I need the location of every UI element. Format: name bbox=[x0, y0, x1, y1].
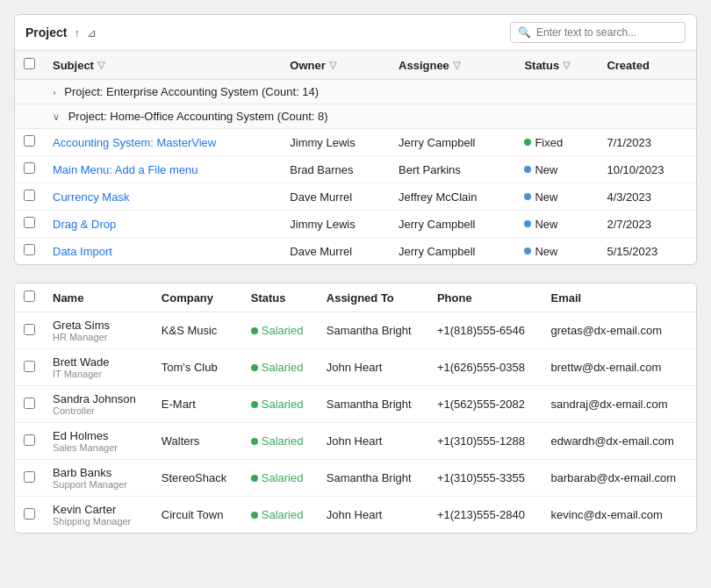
select-all-checkbox[interactable] bbox=[24, 58, 35, 69]
name-cell: Ed Holmes Sales Manager bbox=[44, 423, 153, 460]
owner-cell: Dave Murrel bbox=[281, 238, 390, 265]
issues-toolbar: Project ↑ ⊿ 🔍 bbox=[15, 15, 696, 51]
subject-link[interactable]: Data Import bbox=[53, 245, 112, 258]
toggle-icon[interactable]: ∨ bbox=[53, 111, 60, 122]
company-cell: Circuit Town bbox=[153, 497, 242, 534]
status-filter-icon[interactable]: ▽ bbox=[563, 60, 570, 71]
contacts-table: Name Company Status Assigned To Phone Em… bbox=[15, 283, 696, 533]
phone-cell: +1(626)555-0358 bbox=[428, 349, 542, 386]
status-text: New bbox=[535, 218, 557, 231]
assignee-cell: Bert Parkins bbox=[390, 156, 515, 183]
table-row: Currency Mask Dave Murrel Jeffrey McClai… bbox=[15, 183, 696, 211]
table-row: Drag & Drop Jimmy Lewis Jerry Campbell N… bbox=[15, 211, 696, 238]
row-checkbox[interactable] bbox=[24, 324, 35, 335]
phone-cell: +1(562)555-2082 bbox=[428, 386, 542, 423]
company-cell: Walters bbox=[153, 423, 242, 460]
row-checkbox[interactable] bbox=[24, 398, 35, 409]
email-cell: edwardh@dx-email.com bbox=[542, 423, 696, 460]
contacts-col-status: Status bbox=[242, 283, 318, 312]
filter-toolbar-icon[interactable]: ⊿ bbox=[87, 26, 97, 39]
status-cell: Salaried bbox=[242, 386, 318, 423]
search-icon: 🔍 bbox=[518, 26, 531, 39]
subject-link[interactable]: Main Menu: Add a File menu bbox=[53, 163, 198, 176]
col-created: Created bbox=[598, 51, 696, 80]
status-cell: New bbox=[515, 156, 598, 183]
col-subject: Subject ▽ bbox=[44, 51, 281, 80]
row-checkbox[interactable] bbox=[24, 471, 35, 483]
toggle-icon[interactable]: › bbox=[53, 87, 56, 97]
contacts-select-all-checkbox[interactable] bbox=[24, 290, 35, 302]
subject-link[interactable]: Currency Mask bbox=[53, 190, 129, 204]
owner-cell: Jimmy Lewis bbox=[281, 129, 390, 156]
created-cell: 2/7/2023 bbox=[598, 211, 696, 238]
group-row: › Project: Enterprise Accounting System … bbox=[15, 80, 696, 104]
owner-filter-icon[interactable]: ▽ bbox=[329, 60, 336, 71]
assigned-cell: Samantha Bright bbox=[318, 386, 428, 423]
col-assignee: Assignee ▽ bbox=[390, 51, 515, 80]
assignee-filter-icon[interactable]: ▽ bbox=[453, 60, 460, 71]
toolbar-project-label: Project bbox=[25, 25, 67, 39]
col-status: Status ▽ bbox=[515, 51, 598, 80]
issues-table: Subject ▽ Owner ▽ Assignee ▽ bbox=[15, 51, 696, 264]
row-checkbox[interactable] bbox=[24, 434, 35, 446]
row-checkbox[interactable] bbox=[24, 508, 35, 520]
sort-icon[interactable]: ↑ bbox=[74, 26, 80, 39]
contact-role: Support Manager bbox=[53, 479, 144, 490]
status-text: Salaried bbox=[262, 361, 304, 374]
row-checkbox[interactable] bbox=[24, 361, 35, 372]
contact-role: Shipping Manager bbox=[53, 516, 144, 527]
salaried-badge: Salaried bbox=[251, 398, 304, 411]
phone-cell: +1(818)555-6546 bbox=[428, 312, 542, 349]
group-row: ∨ Project: Home-Office Accounting System… bbox=[15, 104, 696, 129]
contacts-col-name: Name bbox=[44, 283, 153, 312]
select-all-header bbox=[15, 51, 44, 80]
salaried-badge: Salaried bbox=[251, 508, 304, 521]
status-text: Salaried bbox=[262, 398, 304, 411]
status-dot bbox=[524, 220, 531, 227]
contacts-panel: Name Company Status Assigned To Phone Em… bbox=[14, 283, 697, 534]
contact-name: Sandra Johnson bbox=[53, 392, 144, 405]
created-cell: 4/3/2023 bbox=[598, 183, 696, 211]
salaried-badge: Salaried bbox=[251, 324, 304, 337]
email-cell: kevinc@dx-email.com bbox=[542, 497, 696, 534]
status-text: New bbox=[535, 245, 557, 258]
table-row: Greta Sims HR Manager K&S Music Salaried… bbox=[15, 312, 696, 349]
search-box[interactable]: 🔍 bbox=[510, 22, 686, 43]
row-checkbox[interactable] bbox=[24, 217, 35, 228]
row-checkbox[interactable] bbox=[24, 162, 35, 174]
contact-name: Ed Holmes bbox=[53, 429, 144, 442]
subject-link[interactable]: Accounting System: MasterView bbox=[53, 136, 216, 149]
group-label: Project: Home-Office Accounting System (… bbox=[68, 110, 328, 123]
phone-cell: +1(213)555-2840 bbox=[428, 497, 542, 534]
status-text: Salaried bbox=[262, 508, 304, 521]
contact-role: Sales Manager bbox=[53, 442, 144, 453]
assignee-cell: Jeffrey McClain bbox=[390, 183, 515, 211]
row-checkbox[interactable] bbox=[24, 135, 35, 147]
subject-link[interactable]: Drag & Drop bbox=[53, 218, 116, 231]
status-text: Salaried bbox=[262, 471, 304, 484]
status-cell: Salaried bbox=[242, 349, 318, 386]
assigned-cell: Samantha Bright bbox=[318, 460, 428, 497]
row-checkbox[interactable] bbox=[24, 244, 35, 255]
email-cell: brettw@dx-email.com bbox=[542, 349, 696, 386]
name-cell: Barb Banks Support Manager bbox=[44, 460, 153, 497]
email-cell: gretas@dx-email.com bbox=[542, 312, 696, 349]
contact-role: Controller bbox=[53, 405, 144, 416]
status-cell: New bbox=[515, 238, 598, 265]
row-checkbox[interactable] bbox=[24, 190, 35, 201]
col-assignee-label: Assignee bbox=[399, 59, 449, 72]
col-owner: Owner ▽ bbox=[281, 51, 390, 80]
assigned-cell: John Heart bbox=[318, 349, 428, 386]
created-cell: 5/15/2023 bbox=[598, 238, 696, 265]
salaried-badge: Salaried bbox=[251, 471, 304, 484]
contact-name: Brett Wade bbox=[53, 355, 144, 369]
status-cell: New bbox=[515, 183, 598, 211]
assigned-cell: John Heart bbox=[318, 423, 428, 460]
status-dot bbox=[251, 438, 258, 445]
subject-filter-icon[interactable]: ▽ bbox=[97, 60, 104, 71]
company-cell: E-Mart bbox=[153, 386, 242, 423]
search-input[interactable] bbox=[536, 26, 678, 39]
table-row: Brett Wade IT Manager Tom's Club Salarie… bbox=[15, 349, 696, 386]
status-dot bbox=[251, 512, 258, 519]
contacts-col-phone: Phone bbox=[428, 283, 542, 312]
